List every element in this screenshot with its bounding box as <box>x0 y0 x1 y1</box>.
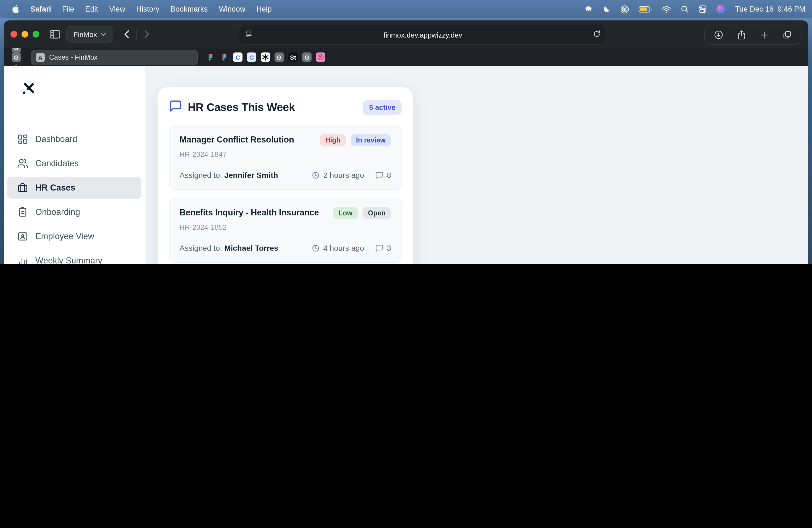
status-badge: Open <box>362 207 391 219</box>
onboarding-icon <box>17 207 28 218</box>
status-badge: In review <box>350 134 391 146</box>
case-meta-right: 2 hours ago8 <box>312 171 391 179</box>
hr-cases-icon <box>17 182 28 193</box>
url-text: finmox.dev.appwizzy.dev <box>253 31 593 39</box>
favorites-bar: HaFGSIIGGGGP A Cases - FinMox CCGStG <box>4 48 808 66</box>
reload-icon[interactable] <box>593 30 601 40</box>
menu-item-view[interactable]: View <box>104 5 131 13</box>
minimize-window-button[interactable] <box>21 31 28 38</box>
battery-icon[interactable] <box>639 5 652 13</box>
sidebar-item-label: Onboarding <box>35 207 80 217</box>
chevron-down-icon <box>100 32 106 36</box>
sidebar-item-label: Candidates <box>35 159 79 168</box>
sidebar-toggle-button[interactable] <box>49 29 61 39</box>
comment-count: 8 <box>387 171 391 179</box>
weekly-summary-icon <box>17 255 28 264</box>
profile-name: FinMox <box>73 30 97 39</box>
active-tab[interactable]: A Cases - FinMox <box>31 49 198 65</box>
case-id: HR-2024-1852 <box>179 223 391 231</box>
sidebar-item-label: HR Cases <box>35 183 75 193</box>
favorite-c-blue-icon[interactable]: C <box>233 53 243 62</box>
favorite-dribbble-icon[interactable] <box>316 53 325 62</box>
comment-icon <box>375 171 383 179</box>
case-title: Manager Conflict Resolution <box>179 134 313 146</box>
control-center-icon[interactable] <box>698 5 707 13</box>
downloads-button[interactable] <box>714 30 724 40</box>
forward-button[interactable] <box>140 28 152 40</box>
elephant-icon[interactable] <box>584 5 593 13</box>
case-id: HR-2024-1847 <box>179 150 391 159</box>
main-area: HR Cases This Week 5 active Manager Conf… <box>145 66 808 264</box>
sidebar-item-label: Weekly Summary <box>35 256 102 264</box>
case-assignee: Assigned to:Michael Torres <box>179 244 278 252</box>
clock-icon <box>312 244 320 252</box>
new-tab-button[interactable] <box>759 30 769 40</box>
share-button[interactable] <box>737 30 746 40</box>
spotlight-icon[interactable] <box>681 5 689 13</box>
sidebar-item-label: Employee View <box>35 231 94 241</box>
sidebar-item-hr-cases[interactable]: HR Cases <box>7 177 141 199</box>
focus-moon-icon[interactable] <box>603 5 611 13</box>
nav-separator <box>136 29 137 40</box>
back-button[interactable] <box>121 28 133 40</box>
menu-item-window[interactable]: Window <box>213 5 251 13</box>
tab-favicon: A <box>36 53 45 62</box>
priority-badge: High <box>320 134 346 146</box>
page-title: HR Cases This Week <box>188 101 295 114</box>
wifi-icon[interactable] <box>662 5 671 13</box>
zoom-window-button[interactable] <box>33 31 39 38</box>
address-bar[interactable]: finmox.dev.appwizzy.dev <box>238 25 607 45</box>
chat-bubble-icon <box>169 99 182 115</box>
menu-item-help[interactable]: Help <box>251 5 277 13</box>
employee-view-icon <box>17 231 28 242</box>
candidates-icon <box>17 158 28 169</box>
finmox-logo-icon <box>20 79 37 96</box>
case-title: Benefits Inquiry - Health Insurance <box>179 207 327 219</box>
sidebar-item-employee-view[interactable]: Employee View <box>7 225 141 247</box>
app-sidebar: DashboardCandidatesHR CasesOnboardingEmp… <box>4 66 145 264</box>
active-count-badge: 5 active <box>363 100 402 115</box>
tab-title: Cases - FinMox <box>49 53 98 61</box>
comment-count: 3 <box>387 244 391 252</box>
airdrop-icon[interactable] <box>620 5 629 14</box>
toolbar-right-group <box>704 25 801 45</box>
profile-switcher[interactable]: FinMox <box>66 26 113 43</box>
macos-menu-bar: Safari File Edit View History Bookmarks … <box>0 0 812 18</box>
hr-cases-panel: HR Cases This Week 5 active Manager Conf… <box>157 87 413 264</box>
case-meta-right: 4 hours ago3 <box>312 244 391 252</box>
favorite-g-app-icon[interactable]: G <box>12 53 21 62</box>
favorite-g-app-icon[interactable]: G <box>275 53 284 62</box>
clock-icon <box>312 171 320 179</box>
tab-overview-button[interactable] <box>782 30 792 40</box>
sidebar-item-label: Dashboard <box>35 134 77 144</box>
apple-menu-icon[interactable] <box>11 4 19 14</box>
web-content: DashboardCandidatesHR CasesOnboardingEmp… <box>4 66 808 264</box>
menu-item-bookmarks[interactable]: Bookmarks <box>165 5 213 13</box>
sidebar-item-onboarding[interactable]: Onboarding <box>7 201 141 223</box>
dashboard-icon <box>17 134 28 145</box>
case-card[interactable]: Manager Conflict ResolutionHighIn review… <box>169 125 402 190</box>
page-format-icon[interactable] <box>245 30 253 40</box>
menu-bar-clock[interactable]: Tue Dec 16 9:46 PM <box>735 5 806 13</box>
window-controls <box>11 31 39 38</box>
case-card[interactable]: Benefits Inquiry - Health InsuranceLowOp… <box>169 198 402 263</box>
favorite-figma-icon[interactable] <box>205 53 215 62</box>
case-assignee: Assigned to:Jennifer Smith <box>179 171 278 179</box>
sidebar-item-candidates[interactable]: Candidates <box>7 152 141 175</box>
favorite-figma-icon[interactable] <box>219 53 229 62</box>
desktop: Safari File Edit View History Bookmarks … <box>0 0 812 264</box>
sidebar-item-dashboard[interactable]: Dashboard <box>7 128 141 150</box>
menu-item-history[interactable]: History <box>131 5 165 13</box>
favorite-c-light-icon[interactable]: C <box>247 53 256 62</box>
case-time: 4 hours ago <box>323 244 364 252</box>
case-time: 2 hours ago <box>323 171 364 179</box>
menu-item-file[interactable]: File <box>57 5 80 13</box>
sidebar-item-weekly-summary[interactable]: Weekly Summary <box>7 250 141 264</box>
siri-icon[interactable] <box>716 5 725 13</box>
favorite-openai-bw-icon[interactable] <box>261 53 270 62</box>
menu-item-edit[interactable]: Edit <box>80 5 104 13</box>
close-window-button[interactable] <box>11 31 17 38</box>
favorite-g-app-icon[interactable]: G <box>302 53 311 62</box>
menu-item-safari[interactable]: Safari <box>25 5 57 13</box>
favorite-st-app-icon[interactable]: St <box>288 53 298 62</box>
